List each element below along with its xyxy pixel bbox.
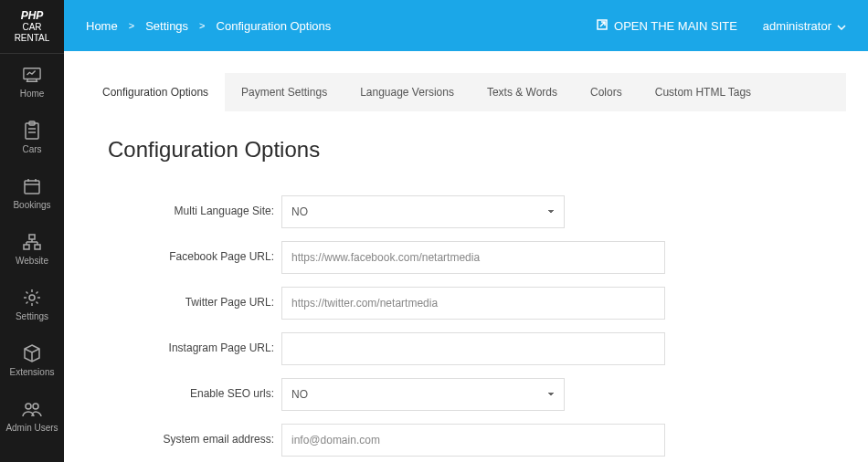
tab-custom-html-tags[interactable]: Custom HTML Tags: [639, 73, 767, 111]
clipboard-icon: [22, 121, 42, 141]
email-addr-label: System email address:: [108, 433, 281, 447]
logo-line3: RENTAL: [4, 33, 60, 44]
open-main-site-link[interactable]: OPEN THE MAIN SITE: [596, 18, 737, 34]
svg-point-18: [33, 404, 38, 409]
svg-rect-10: [24, 245, 29, 249]
sidebar-item-home[interactable]: Home: [0, 54, 64, 110]
multi-lang-label: Multi Language Site:: [108, 205, 281, 219]
seo-select[interactable]: NO: [281, 378, 565, 411]
sitemap-icon: [22, 232, 42, 252]
logo: PHP CAR RENTAL: [0, 0, 64, 54]
sidebar-item-label: Cars: [22, 144, 41, 154]
sidebar-item-label: Admin Users: [5, 423, 58, 433]
svg-point-17: [26, 404, 31, 409]
tab-texts-words[interactable]: Texts & Words: [471, 73, 574, 111]
svg-point-16: [29, 295, 35, 300]
instagram-input[interactable]: [281, 332, 665, 365]
users-icon: [22, 399, 42, 419]
tab-language-versions[interactable]: Language Versions: [344, 73, 471, 111]
sidebar-item-bookings[interactable]: Bookings: [0, 165, 64, 221]
sidebar-item-cars[interactable]: Cars: [0, 110, 64, 165]
breadcrumb-sep: >: [129, 20, 134, 31]
breadcrumb-home[interactable]: Home: [86, 19, 118, 33]
monitor-icon: [22, 65, 42, 85]
multi-lang-select[interactable]: NO: [281, 195, 565, 228]
tab-configuration-options[interactable]: Configuration Options: [86, 73, 225, 111]
sidebar-item-label: Home: [20, 89, 45, 99]
twitter-label: Twitter Page URL:: [108, 296, 281, 310]
sidebar-item-label: Settings: [16, 311, 48, 321]
seo-label: Enable SEO urls:: [108, 387, 281, 402]
breadcrumb-settings[interactable]: Settings: [145, 19, 188, 33]
breadcrumb-current: Configuration Options: [217, 19, 332, 33]
tabs: Configuration Options Payment Settings L…: [86, 73, 846, 111]
twitter-input[interactable]: [281, 287, 665, 320]
chevron-down-icon: [837, 19, 846, 33]
topbar: Home > Settings > Configuration Options …: [64, 0, 868, 51]
sidebar-item-extensions[interactable]: Extensions: [0, 332, 64, 388]
sidebar: PHP CAR RENTAL Home Cars Bookings Websit…: [0, 0, 64, 462]
calendar-icon: [22, 176, 42, 196]
sidebar-item-settings[interactable]: Settings: [0, 277, 64, 332]
tab-colors[interactable]: Colors: [574, 73, 639, 111]
instagram-label: Instagram Page URL:: [108, 341, 281, 356]
facebook-input[interactable]: [281, 241, 665, 274]
facebook-label: Facebook Page URL:: [108, 250, 281, 265]
user-label: administrator: [763, 19, 831, 33]
email-addr-input[interactable]: [281, 424, 665, 457]
svg-rect-9: [29, 235, 35, 239]
breadcrumb-sep: >: [199, 20, 205, 31]
logo-line1: PHP: [4, 9, 60, 22]
sidebar-item-label: Bookings: [13, 200, 50, 210]
external-link-icon: [596, 18, 609, 34]
open-site-label: OPEN THE MAIN SITE: [614, 19, 737, 33]
sidebar-item-label: Website: [16, 256, 48, 266]
cube-icon: [22, 343, 42, 363]
svg-rect-11: [35, 245, 40, 249]
sidebar-item-label: Extensions: [10, 367, 55, 377]
page-title: Configuration Options: [108, 137, 824, 163]
logo-line2: CAR: [4, 22, 60, 33]
gear-icon: [22, 288, 42, 308]
sidebar-item-admin-users[interactable]: Admin Users: [0, 388, 64, 444]
tab-payment-settings[interactable]: Payment Settings: [225, 73, 344, 111]
user-menu[interactable]: administrator: [763, 19, 846, 33]
sidebar-item-website[interactable]: Website: [0, 221, 64, 277]
breadcrumb: Home > Settings > Configuration Options: [86, 19, 331, 33]
svg-rect-5: [25, 181, 39, 194]
